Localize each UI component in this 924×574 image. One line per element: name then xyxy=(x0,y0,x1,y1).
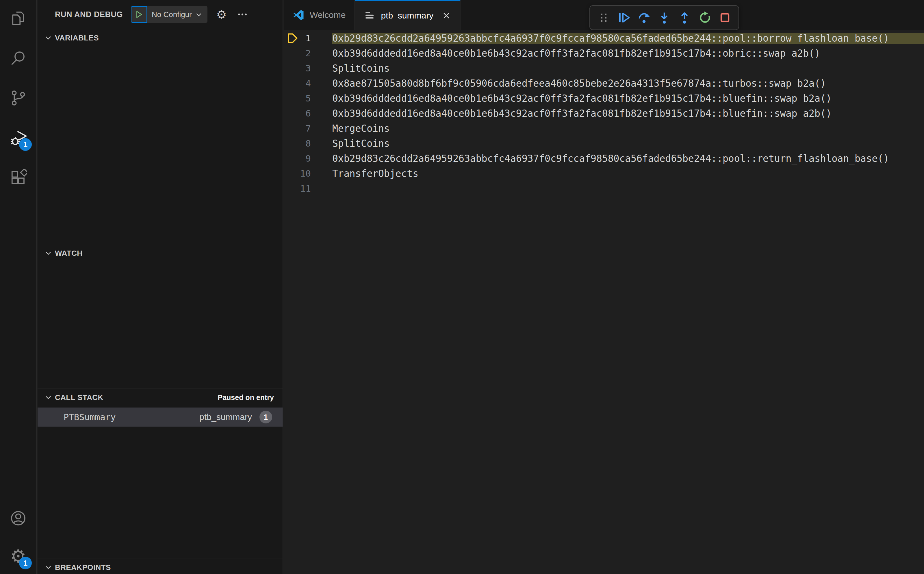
section-label: CALL STACK xyxy=(55,393,104,402)
tab-welcome[interactable]: Welcome xyxy=(284,0,355,30)
code-text[interactable]: SplitCoins xyxy=(332,63,924,74)
start-debugging-button[interactable] xyxy=(131,6,147,23)
code-text[interactable]: MergeCoins xyxy=(332,123,924,134)
search-icon xyxy=(9,49,27,67)
step-into-button[interactable] xyxy=(655,8,673,27)
settings-button[interactable]: ⚙ 1 xyxy=(9,547,28,566)
breakpoint-gutter[interactable] xyxy=(284,76,298,91)
line-number: 10 xyxy=(298,168,311,179)
code-text[interactable]: TransferObjects xyxy=(332,168,924,179)
chevron-down-icon xyxy=(44,249,52,257)
play-icon xyxy=(135,10,143,19)
call-stack-header[interactable]: CALL STACK Paused on entry xyxy=(38,388,283,406)
code-text[interactable]: 0x8ae871505a80d8bf6bf9c05906cda6edfeea46… xyxy=(332,78,924,89)
code-line[interactable]: 11 xyxy=(284,181,924,196)
step-into-icon xyxy=(657,11,671,25)
variables-header[interactable]: VARIABLES xyxy=(38,29,283,47)
current-line-arrow-icon xyxy=(287,32,298,45)
stack-frame-name: PTBSummary xyxy=(64,412,116,422)
section-label: VARIABLES xyxy=(55,33,99,43)
code-line[interactable]: 60xb39d6dddedd16ed8a40ce0b1e6b43c92acf0f… xyxy=(284,106,924,121)
debug-toolbar xyxy=(589,5,739,30)
extensions-icon xyxy=(9,169,27,186)
code-text[interactable]: 0xb39d6dddedd16ed8a40ce0b1e6b43c92acf0ff… xyxy=(332,48,924,59)
debug-configuration-dropdown[interactable]: No Configur xyxy=(147,6,208,23)
breakpoint-gutter[interactable] xyxy=(284,181,298,196)
close-icon[interactable] xyxy=(441,11,451,20)
breakpoint-gutter[interactable] xyxy=(284,31,298,46)
code-line[interactable]: 7MergeCoins xyxy=(284,121,924,136)
line-number: 5 xyxy=(298,93,311,104)
code-text[interactable]: SplitCoins xyxy=(332,138,924,149)
gear-icon: ⚙ xyxy=(216,9,227,20)
call-stack-section: CALL STACK Paused on entry PTBSummary pt… xyxy=(38,388,283,558)
restart-icon xyxy=(698,11,711,25)
code-line[interactable]: 90xb29d83c26cdd2a64959263abbcfc4a6937f0c… xyxy=(284,151,924,166)
line-number: 6 xyxy=(298,108,311,118)
code-line[interactable]: 50xb39d6dddedd16ed8a40ce0b1e6b43c92acf0f… xyxy=(284,91,924,106)
gripper-icon xyxy=(597,11,611,25)
code-line[interactable]: 8SplitCoins xyxy=(284,136,924,151)
toolbar-drag-handle[interactable] xyxy=(595,8,612,27)
restart-button[interactable] xyxy=(696,8,714,27)
code-line[interactable]: 10TransferObjects xyxy=(284,166,924,181)
file-lines-icon xyxy=(364,9,376,22)
step-out-icon xyxy=(678,11,691,25)
code-editor[interactable]: 10xb29d83c26cdd2a64959263abbcfc4a6937f0c… xyxy=(284,31,924,196)
paused-status-text: Paused on entry xyxy=(218,393,274,402)
stop-button[interactable] xyxy=(716,8,734,27)
stack-frame-source: ptb_summary xyxy=(199,412,252,422)
step-out-button[interactable] xyxy=(675,8,693,27)
breakpoint-gutter[interactable] xyxy=(284,151,298,166)
sidebar-item-extensions[interactable] xyxy=(9,168,28,187)
breakpoint-gutter[interactable] xyxy=(284,121,298,136)
breakpoints-header[interactable]: BREAKPOINTS xyxy=(38,558,283,574)
stack-frame-badge: 1 xyxy=(260,411,272,423)
code-text[interactable]: 0xb39d6dddedd16ed8a40ce0b1e6b43c92acf0ff… xyxy=(332,108,924,119)
git-branch-icon xyxy=(9,89,27,107)
section-label: BREAKPOINTS xyxy=(55,563,111,572)
sidebar-item-run-and-debug[interactable]: 1 xyxy=(9,128,28,147)
sidebar-item-explorer[interactable] xyxy=(9,9,28,28)
breakpoint-gutter[interactable] xyxy=(284,106,298,121)
stack-frame-row[interactable]: PTBSummary ptb_summary 1 xyxy=(38,407,283,427)
watch-header[interactable]: WATCH xyxy=(38,244,283,262)
code-line[interactable]: 10xb29d83c26cdd2a64959263abbcfc4a6937f0c… xyxy=(284,31,924,46)
watch-section: WATCH xyxy=(38,244,283,388)
breakpoint-gutter[interactable] xyxy=(284,91,298,106)
code-text[interactable]: 0xb39d6dddedd16ed8a40ce0b1e6b43c92acf0ff… xyxy=(332,93,924,104)
chevron-down-icon xyxy=(195,11,202,18)
breakpoint-gutter[interactable] xyxy=(284,136,298,151)
code-lines: 10xb29d83c26cdd2a64959263abbcfc4a6937f0c… xyxy=(284,31,924,196)
code-text[interactable]: 0xb29d83c26cdd2a64959263abbcfc4a6937f0c9… xyxy=(332,153,924,164)
sidebar-item-search[interactable] xyxy=(9,49,28,68)
stop-icon xyxy=(718,11,732,25)
open-launch-json-button[interactable]: ⚙ xyxy=(215,8,228,21)
breakpoint-gutter[interactable] xyxy=(284,46,298,61)
line-number: 8 xyxy=(298,138,311,148)
activity-bar-bottom: ⚙ 1 xyxy=(9,509,28,574)
line-number: 2 xyxy=(298,48,311,58)
views-more-actions-button[interactable] xyxy=(236,8,249,21)
activity-bar-top: 1 xyxy=(9,0,28,187)
editor-area: Welcome ptb_summary xyxy=(284,0,924,574)
accounts-button[interactable] xyxy=(9,509,28,528)
breakpoint-gutter[interactable] xyxy=(284,61,298,76)
step-over-button[interactable] xyxy=(635,8,653,27)
continue-button[interactable] xyxy=(615,8,633,27)
code-text[interactable]: 0xb29d83c26cdd2a64959263abbcfc4a6937f0c9… xyxy=(332,33,924,44)
tab-ptb-summary[interactable]: ptb_summary xyxy=(355,0,461,30)
sidebar-item-source-control[interactable] xyxy=(9,88,28,107)
breakpoint-gutter[interactable] xyxy=(284,166,298,181)
breakpoints-section: BREAKPOINTS xyxy=(38,558,283,574)
line-number: 3 xyxy=(298,63,311,73)
code-line[interactable]: 20xb39d6dddedd16ed8a40ce0b1e6b43c92acf0f… xyxy=(284,46,924,61)
panel-header: RUN AND DEBUG No Configur ⚙ xyxy=(38,0,283,29)
code-line[interactable]: 3SplitCoins xyxy=(284,61,924,76)
code-line[interactable]: 40x8ae871505a80d8bf6bf9c05906cda6edfeea4… xyxy=(284,76,924,91)
line-number: 4 xyxy=(298,78,311,88)
line-number: 7 xyxy=(298,123,311,134)
vscode-window: 1 ⚙ 1 xyxy=(0,0,924,574)
vscode-logo-icon xyxy=(293,9,305,21)
chevron-down-icon xyxy=(44,564,52,571)
